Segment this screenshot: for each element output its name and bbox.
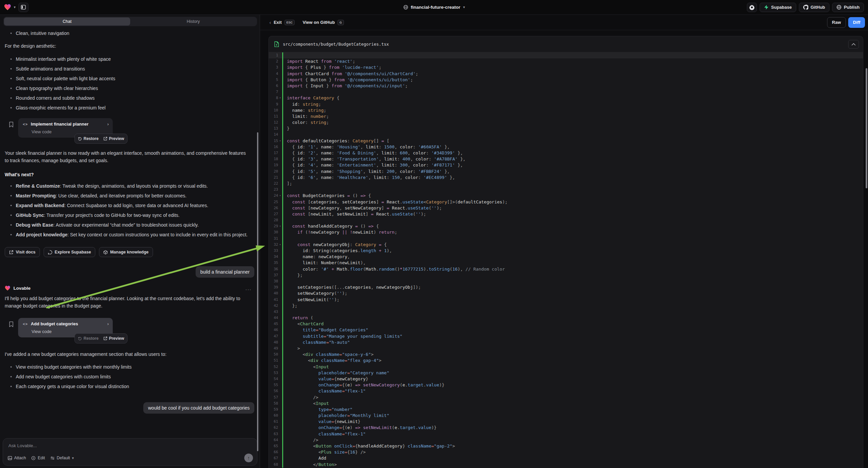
line-number: 21 — [269, 175, 278, 181]
line-number: 35 — [269, 260, 278, 266]
bookmark-icon[interactable] — [9, 121, 14, 127]
sidebar-toggle-button[interactable] — [19, 3, 29, 12]
visit-docs-button[interactable]: Visit docs — [5, 247, 40, 257]
bullet-dot — [10, 224, 12, 226]
code-line: 67 Add — [269, 455, 863, 461]
fold-gutter — [278, 101, 282, 108]
preview-button[interactable]: Preview — [103, 136, 124, 141]
list-item: Each category gets a unique color for vi… — [5, 383, 249, 390]
fold-gutter — [278, 401, 282, 407]
file-header[interactable]: src/components/budget/BudgetCategories.t… — [269, 36, 863, 52]
code-line: 58 <Input — [269, 401, 863, 407]
code-line: 35 limit: Number(newLimit), — [269, 260, 863, 266]
collapse-file-button[interactable] — [848, 40, 859, 49]
bullet-dot — [10, 366, 12, 368]
fold-gutter — [278, 388, 282, 394]
supabase-button[interactable]: Supabase — [760, 3, 796, 12]
tab-chat[interactable]: Chat — [4, 18, 130, 26]
line-number: 31 — [269, 236, 278, 242]
model-mode-selector[interactable]: Default ▾ — [50, 456, 74, 460]
code-text: className="flex-1" — [282, 431, 863, 437]
code-text: { id: '4', name: 'Entertainment', limit:… — [282, 162, 863, 168]
project-switcher[interactable]: financial-future-creator ▾ — [403, 5, 465, 10]
composer[interactable]: Ask Lovable... Attach — [3, 438, 257, 466]
fold-gutter — [278, 357, 282, 363]
send-button[interactable]: ↑ — [244, 454, 253, 462]
line-number: 29 — [269, 223, 278, 229]
line-number: 57 — [269, 394, 278, 401]
message-menu-button[interactable]: ... — [245, 285, 252, 291]
settings-button[interactable] — [747, 3, 757, 12]
code-line: 20 { id: '5', name: 'Shopping', limit: 2… — [269, 169, 863, 175]
fold-gutter — [278, 309, 282, 315]
code-text: const [categories, setCategories] = Reac… — [282, 199, 863, 205]
code-text: interface Category { — [282, 95, 863, 101]
fold-gutter — [278, 181, 282, 187]
fold-gutter — [278, 144, 282, 150]
bullet-dot — [10, 33, 12, 34]
code-text: <Plus size={16} /> — [282, 449, 863, 455]
fold-gutter — [278, 351, 282, 357]
external-link-icon — [9, 250, 13, 255]
assistant-summary: Your sleek financial planner is now read… — [5, 149, 249, 164]
supabase-bolt-icon — [764, 5, 769, 10]
line-number: 8 — [269, 95, 278, 101]
code-text: if (!newCategory || !newLimit) return; — [282, 229, 863, 235]
code-text: import { Input } from '@/components/ui/i… — [282, 83, 863, 89]
fold-chevron-icon[interactable]: ▾ — [278, 223, 282, 229]
publish-button[interactable]: Publish — [832, 3, 864, 12]
fold-gutter — [278, 321, 282, 327]
chat-scrollbar[interactable] — [257, 132, 258, 451]
code-line: 68 </Button> — [269, 462, 863, 468]
code-text: value={newLimit} — [282, 419, 863, 425]
fold-chevron-icon[interactable]: ▾ — [278, 193, 282, 199]
code-text: className="flex-1" — [282, 388, 863, 394]
chat-input[interactable]: Ask Lovable... — [8, 443, 252, 448]
lovable-logo-heart-icon[interactable] — [4, 4, 11, 10]
attach-button[interactable]: Attach — [8, 456, 26, 460]
code-line: 40 setNewCategory(''); — [269, 290, 863, 296]
explore-supabase-button[interactable]: Explore Supabase — [43, 247, 95, 257]
line-number: 67 — [269, 455, 278, 461]
code-text: setCategories([...categories, newCategor… — [282, 284, 863, 290]
code-text: const [newCategory, setNewCategory] = Re… — [282, 205, 863, 211]
bookmark-icon[interactable] — [9, 321, 14, 327]
line-number: 2 — [269, 58, 278, 64]
line-number: 16 — [269, 144, 278, 150]
user-message-bubble: build a financial planner — [196, 266, 254, 277]
diff-toggle-button[interactable]: Diff — [848, 17, 865, 28]
code-editor[interactable]: 1 2import React from 'react';3import { P… — [269, 52, 863, 468]
code-line: 53 placeholder="Category name" — [269, 370, 863, 376]
logo-chevron-down-icon[interactable]: ▾ — [14, 5, 16, 9]
user-message-bubble: would be cool if you could add budget ca… — [143, 402, 254, 414]
code-scrollbar[interactable] — [866, 68, 867, 188]
exit-button[interactable]: ‹ Exit ESC — [270, 20, 294, 25]
code-line: 23 — [269, 187, 863, 193]
restore-preview-pill: Restore Preview — [74, 134, 127, 144]
design-bullet-list: Minimalist interface with plenty of whit… — [5, 55, 254, 112]
sliders-icon — [50, 456, 55, 460]
preview-button[interactable]: Preview — [103, 336, 124, 341]
fold-gutter — [278, 114, 282, 119]
view-on-github-button[interactable]: View on GitHub G — [303, 20, 344, 25]
fold-chevron-icon[interactable]: ▾ — [278, 138, 282, 144]
code-text: <Input — [282, 364, 863, 370]
github-button[interactable]: GitHub — [799, 3, 829, 12]
fold-gutter — [278, 260, 282, 266]
fold-chevron-icon[interactable]: ▾ — [278, 95, 282, 101]
restore-button[interactable]: Restore — [78, 336, 99, 341]
code-line: 22]; — [269, 181, 863, 187]
fold-gutter — [278, 205, 282, 211]
line-number: 24 — [269, 193, 278, 199]
fold-chevron-icon[interactable]: ▾ — [278, 242, 282, 248]
manage-knowledge-button[interactable]: Manage knowledge — [99, 247, 153, 257]
code-line: 17 { id: '2', name: 'Food & Dining', lim… — [269, 150, 863, 156]
line-number: 59 — [269, 407, 278, 413]
raw-toggle-button[interactable]: Raw — [827, 17, 846, 28]
tab-history[interactable]: History — [130, 18, 256, 26]
line-number: 48 — [269, 340, 278, 346]
fold-gutter — [278, 290, 282, 296]
restore-button[interactable]: Restore — [78, 136, 99, 141]
edit-button[interactable]: Edit — [31, 456, 45, 460]
code-text: ]; — [282, 181, 863, 187]
